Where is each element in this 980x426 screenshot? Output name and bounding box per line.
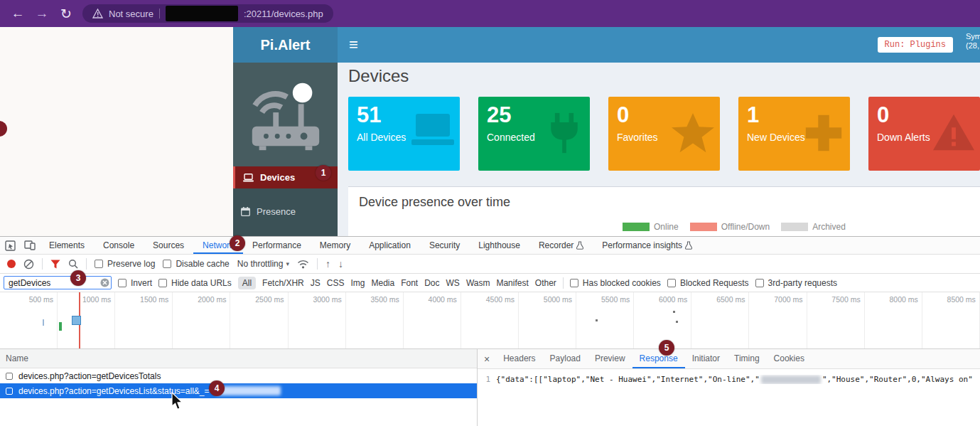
address-bar[interactable]: Not secure :20211/devices.php xyxy=(82,4,333,23)
hamburger-menu-icon[interactable]: ≡ xyxy=(349,36,358,54)
request-row[interactable]: devices.php?action=getDevicesTotals xyxy=(0,368,477,383)
device-toolbar-icon[interactable] xyxy=(20,240,40,250)
request-row-selected[interactable]: devices.php?action=getDevicesList&status… xyxy=(0,383,477,398)
requests-header[interactable]: Name xyxy=(0,349,477,368)
timeline-label: 500 ms xyxy=(0,292,58,348)
annotation-badge-3: 3 xyxy=(70,270,86,286)
run-plugins-button[interactable]: Run: Plugins xyxy=(878,37,953,53)
redacted-response-value xyxy=(761,376,821,384)
pialert-app: Pi.Alert xyxy=(233,27,980,236)
close-icon[interactable]: × xyxy=(478,353,496,365)
record-button[interactable] xyxy=(7,260,16,268)
filter-type-css[interactable]: CSS xyxy=(327,278,345,288)
filter-icon[interactable] xyxy=(50,260,60,269)
summary-cards: 51 All Devices 25 Connected 0 Favorites xyxy=(348,97,980,171)
checkbox xyxy=(95,260,103,268)
sidebar-item-presence[interactable]: Presence xyxy=(233,201,338,223)
tab-lighthouse[interactable]: Lighthouse xyxy=(469,237,529,254)
filter-type-img[interactable]: Img xyxy=(350,278,365,288)
card-all-devices[interactable]: 51 All Devices xyxy=(348,97,460,171)
annotation-badge-1: 1 xyxy=(316,165,331,181)
blocked-requests-checkbox[interactable]: Blocked Requests xyxy=(667,278,749,288)
experiment-flask-icon xyxy=(576,241,583,250)
filter-type-doc[interactable]: Doc xyxy=(424,278,439,288)
filter-type-js[interactable]: JS xyxy=(311,278,321,288)
filter-type-wasm[interactable]: Wasm xyxy=(466,278,490,288)
request-details-pane: × Headers Payload Preview Response Initi… xyxy=(478,349,980,426)
timeline-label: 4500 ms xyxy=(461,292,519,348)
reload-icon[interactable]: ↻ xyxy=(54,6,78,22)
tab-payload[interactable]: Payload xyxy=(543,349,588,368)
filter-type-all[interactable]: All xyxy=(238,277,256,289)
timeline-activity-blue xyxy=(72,316,81,325)
tab-initiator[interactable]: Initiator xyxy=(685,349,727,368)
tab-security[interactable]: Security xyxy=(420,237,469,254)
preserve-log-checkbox[interactable]: Preserve log xyxy=(95,259,155,269)
filter-type-font[interactable]: Font xyxy=(401,278,418,288)
import-har-icon[interactable]: ↑ xyxy=(325,258,330,270)
plug-icon xyxy=(543,111,586,155)
clear-filter-icon[interactable] xyxy=(100,278,109,287)
timeline-label: 8500 ms xyxy=(922,292,980,348)
tab-timing[interactable]: Timing xyxy=(727,349,767,368)
invert-checkbox[interactable]: Invert xyxy=(118,278,152,288)
browser-toolbar: ← → ↻ Not secure :20211/devices.php xyxy=(0,0,980,27)
back-icon[interactable]: ← xyxy=(6,6,30,21)
card-connected[interactable]: 25 Connected xyxy=(478,97,590,171)
chart-legend: Online Offline/Down Archived xyxy=(623,222,846,232)
legend-online[interactable]: Online xyxy=(623,222,679,232)
checkbox[interactable] xyxy=(6,373,13,380)
hide-data-urls-checkbox[interactable]: Hide data URLs xyxy=(158,278,232,288)
inspect-element-icon[interactable] xyxy=(0,240,20,251)
tab-application[interactable]: Application xyxy=(360,237,420,254)
navbar-clipped-text: Sym (28, xyxy=(966,32,980,50)
card-favorites[interactable]: 0 Favorites xyxy=(608,97,720,171)
tab-performance-insights[interactable]: Performance insights xyxy=(593,237,701,254)
redacted-host xyxy=(166,6,238,21)
chevron-down-icon: ▾ xyxy=(286,260,289,267)
app-logo: Pi.Alert xyxy=(233,27,338,63)
card-new-devices[interactable]: 1 New Devices xyxy=(738,97,850,171)
tab-memory[interactable]: Memory xyxy=(311,237,360,254)
network-conditions-icon[interactable] xyxy=(297,260,309,269)
filter-type-fetch-xhr[interactable]: Fetch/XHR xyxy=(262,278,304,288)
legend-archived[interactable]: Archived xyxy=(781,222,846,232)
tab-performance[interactable]: Performance xyxy=(243,237,311,254)
filter-type-other[interactable]: Other xyxy=(535,278,556,288)
clear-button[interactable] xyxy=(23,259,34,270)
card-down-alerts[interactable]: 0 Down Alerts xyxy=(868,97,980,171)
tab-cookies[interactable]: Cookies xyxy=(767,349,812,368)
top-navbar: ≡ Run: Plugins Sym (28, xyxy=(338,27,980,63)
tab-recorder[interactable]: Recorder xyxy=(529,237,593,254)
checkbox[interactable] xyxy=(6,388,13,395)
tab-preview[interactable]: Preview xyxy=(588,349,632,368)
tab-headers[interactable]: Headers xyxy=(496,349,542,368)
has-blocked-cookies-checkbox[interactable]: Has blocked cookies xyxy=(570,278,661,288)
filter-input[interactable] xyxy=(4,276,112,289)
filter-type-ws[interactable]: WS xyxy=(446,278,460,288)
content-area: Devices 51 All Devices 25 Connected xyxy=(338,63,980,236)
tab-elements[interactable]: Elements xyxy=(40,237,94,254)
filter-type-manifest[interactable]: Manifest xyxy=(496,278,528,288)
throttling-dropdown[interactable]: No throttling▾ xyxy=(237,259,289,269)
timeline-label: 7000 ms xyxy=(749,292,807,348)
third-party-requests-checkbox[interactable]: 3rd-party requests xyxy=(755,278,837,288)
network-overview-timeline[interactable]: 500 ms 1000 ms 1500 ms 2000 ms 2500 ms 3… xyxy=(0,292,980,349)
requests-pane: Name devices.php?action=getDevicesTotals… xyxy=(0,349,478,426)
timeline-label: 6500 ms xyxy=(691,292,749,348)
response-line[interactable]: 1 {"data":[["laptop","Net - Huawei","Int… xyxy=(478,375,980,384)
disable-cache-checkbox[interactable]: Disable cache xyxy=(163,259,229,269)
export-har-icon[interactable]: ↓ xyxy=(338,258,343,270)
tab-sources[interactable]: Sources xyxy=(144,237,193,254)
legend-offline-down[interactable]: Offline/Down xyxy=(690,222,770,232)
timeline-label: 1500 ms xyxy=(115,292,173,348)
forward-icon[interactable]: → xyxy=(30,6,54,21)
annotation-badge-4: 4 xyxy=(209,380,225,396)
filter-type-media[interactable]: Media xyxy=(371,278,394,288)
tab-response[interactable]: Response xyxy=(632,349,685,368)
tab-console[interactable]: Console xyxy=(94,237,144,254)
timeline-label: 8000 ms xyxy=(865,292,922,348)
checkbox xyxy=(570,279,578,287)
network-toolbar: Preserve log Disable cache No throttling… xyxy=(0,255,980,274)
search-icon[interactable] xyxy=(68,259,78,269)
